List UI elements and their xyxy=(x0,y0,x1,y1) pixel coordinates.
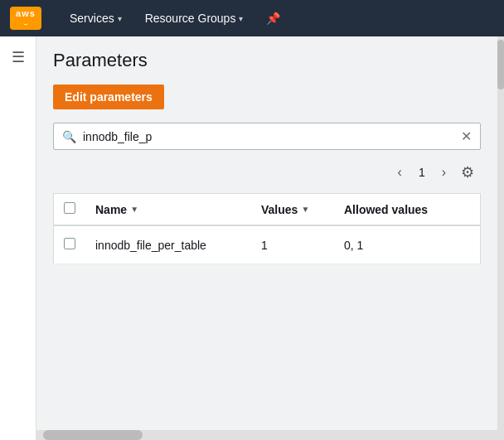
allowed-values-column-header: Allowed values xyxy=(334,194,481,226)
vertical-scrollbar-track xyxy=(497,36,504,440)
pagination-row: ‹ 1 › ⚙ xyxy=(53,162,481,183)
aws-logo: aws ⌣ xyxy=(10,7,41,30)
resource-groups-menu[interactable]: Resource Groups ▾ xyxy=(133,0,255,36)
row-checkbox-cell xyxy=(54,225,86,264)
previous-page-button[interactable]: ‹ xyxy=(393,163,407,181)
parameter-value-cell: 1 xyxy=(251,225,334,264)
content-area: ☰ Parameters Edit parameters 🔍 ✕ ‹ 1 › ⚙ xyxy=(0,36,504,440)
table-settings-button[interactable]: ⚙ xyxy=(458,162,477,183)
aws-logo-text: aws xyxy=(16,9,36,18)
parameter-name-cell: innodb_file_per_table xyxy=(85,225,251,264)
parameter-allowed-cell: 0, 1 xyxy=(334,225,481,264)
select-all-column-header xyxy=(54,194,86,226)
clear-search-icon[interactable]: ✕ xyxy=(461,128,472,144)
services-label: Services xyxy=(70,12,114,25)
table-body: innodb_file_per_table 1 0, 1 xyxy=(54,225,481,264)
select-all-checkbox[interactable] xyxy=(64,202,75,214)
resource-groups-chevron-icon: ▾ xyxy=(239,14,243,23)
values-column-label: Values xyxy=(261,203,298,216)
name-column-label: Name xyxy=(95,203,127,216)
values-column-header[interactable]: Values ▼ xyxy=(251,194,334,226)
pin-icon: 📌 xyxy=(266,12,280,25)
next-page-button[interactable]: › xyxy=(437,163,451,181)
vertical-scroll-thumb[interactable] xyxy=(497,40,504,89)
parameter-value: 1 xyxy=(261,239,268,252)
current-page-number: 1 xyxy=(414,164,430,181)
services-menu[interactable]: Services ▾ xyxy=(58,0,133,36)
sidebar-toggle-button[interactable]: ☰ xyxy=(0,36,36,440)
panel-content: Parameters Edit parameters 🔍 ✕ ‹ 1 › ⚙ xyxy=(36,36,504,430)
search-icon: 🔍 xyxy=(62,130,76,143)
resource-groups-label: Resource Groups xyxy=(145,12,236,25)
page-title: Parameters xyxy=(53,50,481,71)
horizontal-scrollbar[interactable] xyxy=(36,430,504,440)
search-input[interactable] xyxy=(83,130,461,143)
services-chevron-icon: ▾ xyxy=(118,14,122,23)
table-header-row: Name ▼ Values ▼ Allowed values xyxy=(54,194,481,226)
name-sort-icon: ▼ xyxy=(130,205,138,214)
horizontal-scroll-thumb[interactable] xyxy=(43,430,143,440)
name-column-header[interactable]: Name ▼ xyxy=(85,194,251,226)
allowed-values-column-label: Allowed values xyxy=(344,203,428,216)
parameter-allowed-values: 0, 1 xyxy=(344,239,363,252)
search-bar: 🔍 ✕ xyxy=(53,123,481,150)
main-panel: Parameters Edit parameters 🔍 ✕ ‹ 1 › ⚙ xyxy=(36,36,504,440)
table-row: innodb_file_per_table 1 0, 1 xyxy=(54,225,481,264)
parameters-table: Name ▼ Values ▼ Allowed values xyxy=(53,193,481,264)
top-navigation: aws ⌣ Services ▾ Resource Groups ▾ 📌 xyxy=(0,0,504,36)
parameter-name: innodb_file_per_table xyxy=(95,239,206,252)
values-sort-icon: ▼ xyxy=(301,205,309,214)
row-checkbox[interactable] xyxy=(64,238,75,249)
pin-button[interactable]: 📌 xyxy=(254,0,292,36)
hamburger-icon: ☰ xyxy=(12,48,25,66)
edit-parameters-button[interactable]: Edit parameters xyxy=(53,85,164,109)
